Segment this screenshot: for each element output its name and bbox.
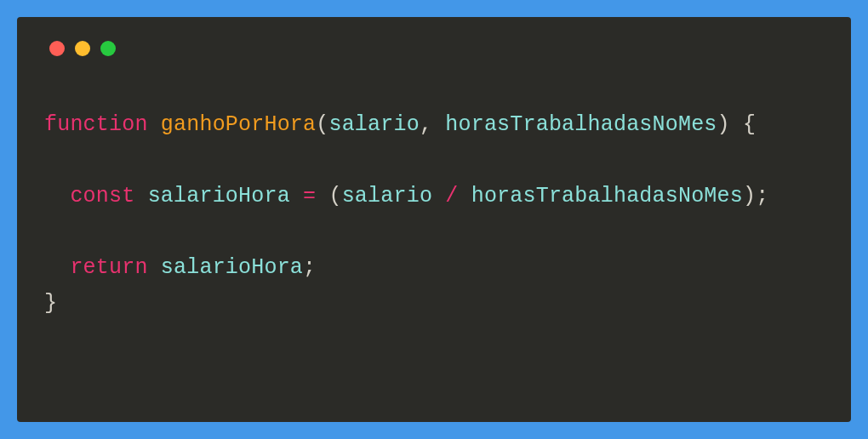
close-icon[interactable] <box>49 41 65 56</box>
param-salario: salario <box>328 112 419 137</box>
var-salario: salario <box>342 184 432 208</box>
brace-open: { <box>730 112 756 137</box>
var-salariohora: salarioHora <box>148 184 290 208</box>
var-horas: horasTrabalhadasNoMes <box>471 184 743 208</box>
operator-div: / <box>445 184 458 208</box>
param-horas: horasTrabalhadasNoMes <box>445 112 717 137</box>
code-window: function ganhoPorHora(salario, horasTrab… <box>17 17 851 422</box>
comma: , <box>420 112 445 137</box>
space <box>316 184 328 208</box>
space <box>459 184 471 208</box>
space <box>148 112 161 137</box>
paren-close: ) <box>743 184 756 208</box>
paren-open: ( <box>316 112 328 137</box>
traffic-lights <box>49 41 824 56</box>
function-name: ganhoPorHora <box>161 112 316 137</box>
paren-open: ( <box>328 184 341 208</box>
paren-close: ) <box>717 112 730 137</box>
maximize-icon[interactable] <box>100 41 116 56</box>
keyword-function: function <box>44 112 148 137</box>
semicolon: ; <box>303 255 316 280</box>
space <box>134 184 147 208</box>
operator-eq: = <box>303 184 316 208</box>
minimize-icon[interactable] <box>75 41 90 56</box>
keyword-return: return <box>70 255 147 280</box>
indent <box>44 255 70 280</box>
space <box>432 184 445 208</box>
code-block: function ganhoPorHora(salario, horasTrab… <box>44 107 824 322</box>
brace-close: } <box>44 291 57 316</box>
space <box>290 184 303 208</box>
var-salariohora: salarioHora <box>161 255 303 280</box>
indent <box>44 184 70 208</box>
space <box>148 255 161 280</box>
keyword-const: const <box>70 184 134 208</box>
semicolon: ; <box>756 184 768 208</box>
